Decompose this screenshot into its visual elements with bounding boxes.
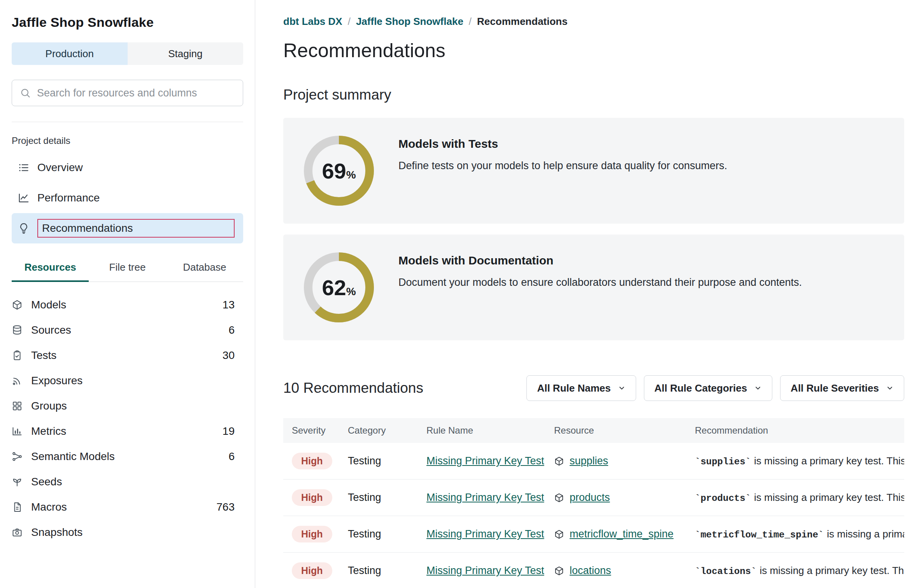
rule-names-filter[interactable]: All Rule Names <box>526 375 636 401</box>
table-row: High Testing Missing Primary Key Test su… <box>283 443 904 480</box>
search-icon <box>20 88 31 98</box>
resource-count: 6 <box>228 450 235 463</box>
table-body: High Testing Missing Primary Key Test su… <box>283 443 904 588</box>
column-header-resource: Resource <box>554 425 695 436</box>
cube-icon <box>554 566 564 576</box>
sidebar-divider <box>12 122 243 122</box>
resource-code: `metricflow_time_spine` <box>695 530 824 540</box>
rule-name-link[interactable]: Missing Primary Key Test <box>426 455 554 467</box>
resource-cell: products <box>554 492 695 504</box>
severity-badge: High <box>292 562 332 579</box>
clipboard-check-icon <box>12 350 23 361</box>
search-box <box>12 80 243 106</box>
sidebar-item-metrics[interactable]: Metrics 19 <box>12 418 235 444</box>
severity-badge: High <box>292 489 332 506</box>
seedling-icon <box>12 476 23 487</box>
chevron-down-icon <box>618 384 626 392</box>
sidebar-item-tests[interactable]: Tests 30 <box>12 343 235 368</box>
resource-link[interactable]: metricflow_time_spine <box>570 528 673 540</box>
resource-label: Metrics <box>31 425 66 438</box>
resource-link[interactable]: locations <box>570 565 611 577</box>
tab-resources[interactable]: Resources <box>12 261 89 282</box>
line-chart-icon <box>18 192 30 204</box>
column-header-category: Category <box>348 425 426 436</box>
app-root: Jaffle Shop Snowflake Production Staging… <box>0 0 912 588</box>
rule-categories-filter[interactable]: All Rule Categories <box>644 375 772 401</box>
sidebar-item-groups[interactable]: Groups <box>12 393 235 418</box>
recommendation-cell: `products`is missing a primary key test.… <box>695 492 904 504</box>
donut-percent-label: 62 % <box>302 250 376 324</box>
sidebar-item-sources[interactable]: Sources 6 <box>12 317 235 343</box>
recommendation-text: is missing a primary key test. This test <box>759 565 904 576</box>
sidebar-item-seeds[interactable]: Seeds <box>12 469 235 494</box>
rule-name-link[interactable]: Missing Primary Key Test <box>426 565 554 577</box>
breadcrumb-link-dbt-labs-dx[interactable]: dbt Labs DX <box>283 16 342 28</box>
tab-staging[interactable]: Staging <box>128 42 244 65</box>
recommendations-count-heading: 10 Recommendations <box>283 380 423 396</box>
sidebar-item-snapshots[interactable]: Snapshots <box>12 520 235 545</box>
sidebar-item-exposures[interactable]: Exposures <box>12 368 235 393</box>
project-summary-heading: Project summary <box>283 87 904 103</box>
breadcrumb-link-project[interactable]: Jaffle Shop Snowflake <box>356 16 463 28</box>
table-row: High Testing Missing Primary Key Test me… <box>283 516 904 553</box>
graph-nodes-icon <box>12 451 23 462</box>
rule-name-link[interactable]: Missing Primary Key Test <box>426 492 554 504</box>
document-icon <box>12 502 23 513</box>
cube-icon <box>554 493 564 503</box>
filter-label: All Rule Severities <box>791 382 879 394</box>
breadcrumb-current: Recommendations <box>477 16 568 28</box>
rule-name-link[interactable]: Missing Primary Key Test <box>426 528 554 540</box>
resource-cell: locations <box>554 565 695 577</box>
table-row: High Testing Missing Primary Key Test pr… <box>283 480 904 516</box>
resource-link[interactable]: supplies <box>570 455 608 467</box>
breadcrumb: dbt Labs DX / Jaffle Shop Snowflake / Re… <box>283 16 904 28</box>
filter-label: All Rule Names <box>537 382 610 394</box>
resource-count: 19 <box>223 425 235 438</box>
breadcrumb-separator: / <box>469 16 472 28</box>
recommendation-text: is missing a primary key test. This test <box>754 492 904 503</box>
sidebar-item-models[interactable]: Models 13 <box>12 292 235 317</box>
column-header-rule-name: Rule Name <box>426 425 554 436</box>
column-header-severity: Severity <box>292 425 348 436</box>
exposures-icon <box>12 375 23 386</box>
category-cell: Testing <box>348 455 426 467</box>
tab-production[interactable]: Production <box>12 42 128 65</box>
resource-list: Models 13 Sources 6 Tests 30 Exposures G… <box>12 292 243 545</box>
card-title: Models with Documentation <box>398 254 802 267</box>
tests-coverage-donut: 69 % <box>302 134 376 208</box>
resource-link[interactable]: products <box>570 492 610 504</box>
resource-count: 6 <box>228 324 235 336</box>
resource-cell: metricflow_time_spine <box>554 528 695 540</box>
sidebar-item-label: Recommendations <box>37 219 235 238</box>
sidebar-item-recommendations[interactable]: Recommendations <box>12 213 243 243</box>
resource-count: 30 <box>223 349 235 362</box>
resource-count: 13 <box>223 299 235 311</box>
sidebar-item-semantic-models[interactable]: Semantic Models 6 <box>12 444 235 469</box>
sidebar-item-macros[interactable]: Macros 763 <box>12 494 235 520</box>
resource-code: `products` <box>695 493 751 504</box>
tab-database[interactable]: Database <box>166 261 243 282</box>
recommendation-text: is missing a primary key test. This test <box>754 455 904 467</box>
sidebar-item-overview[interactable]: Overview <box>12 152 243 183</box>
tab-file-tree[interactable]: File tree <box>89 261 166 282</box>
percent-value: 69 <box>322 158 346 184</box>
cube-icon <box>554 529 564 539</box>
severity-badge: High <box>292 526 332 542</box>
list-icon <box>18 162 30 173</box>
chevron-down-icon <box>754 384 762 392</box>
resource-code: `supplies` <box>695 457 751 467</box>
search-input[interactable] <box>37 87 235 99</box>
resource-label: Models <box>31 299 66 311</box>
sidebar-item-label: Overview <box>37 161 83 174</box>
cube-icon <box>12 299 23 310</box>
sidebar-item-performance[interactable]: Performance <box>12 183 243 213</box>
table-row: High Testing Missing Primary Key Test lo… <box>283 553 904 588</box>
filters: All Rule Names All Rule Categories All R… <box>526 375 904 401</box>
rule-severities-filter[interactable]: All Rule Severities <box>780 375 904 401</box>
resource-label: Semantic Models <box>31 450 115 463</box>
project-details-label: Project details <box>12 135 243 146</box>
card-text: Models with Documentation Document your … <box>398 250 802 325</box>
category-cell: Testing <box>348 528 426 540</box>
resource-label: Groups <box>31 400 67 412</box>
summary-cards: 69 % Models with Tests Define tests on y… <box>283 118 904 340</box>
